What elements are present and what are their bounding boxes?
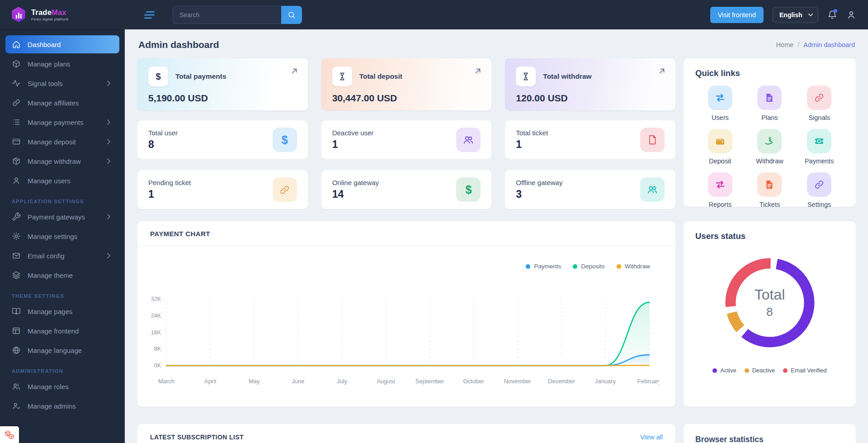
quick-link-withdraw[interactable]: $ Withdraw: [756, 129, 783, 165]
brand[interactable]: TradeMax Forex signal platform: [0, 0, 125, 29]
sidebar-item-manage-affiliates[interactable]: Manage affiliates: [5, 94, 119, 112]
quick-link-tickets[interactable]: Tickets: [757, 172, 782, 208]
svg-text:32K: 32K: [151, 296, 161, 302]
stat-row-middle: Total user8 $ Deactive user1 Total ticke…: [137, 120, 675, 159]
sidebar-section-theme-settings: THEME SETTINGS: [0, 286, 125, 301]
sidebar-item-manage-admins[interactable]: Manage admins: [5, 397, 119, 415]
brand-name: TradeMax: [31, 8, 66, 16]
legend-dot: [712, 368, 717, 373]
sidebar-item-manage-frontend[interactable]: Manage frontend: [5, 322, 119, 340]
sidebar: TradeMax Forex signal platform Dashboard…: [0, 0, 125, 443]
wrench-icon: [12, 212, 21, 221]
quick-link-payments[interactable]: Payments: [805, 129, 834, 165]
topbar: Visit frontend English: [125, 0, 868, 29]
sidebar-menu: Dashboard Manage plans Signal tools Mana…: [0, 29, 125, 415]
notifications-button[interactable]: [827, 10, 837, 20]
globe-icon: [12, 346, 21, 355]
breadcrumb-home[interactable]: Home: [776, 41, 794, 48]
search-button[interactable]: [281, 6, 302, 24]
stat-row-bottom: Pending ticket1 Online gateway14 $ Offli…: [137, 170, 675, 209]
legend-deposits: Deposits: [573, 263, 605, 270]
layout-icon: [12, 326, 21, 335]
online-gateway-card: Online gateway14 $: [321, 170, 492, 209]
quick-link-signals[interactable]: Signals: [807, 86, 831, 121]
laravel-icon: [4, 429, 15, 440]
external-link-icon[interactable]: [291, 67, 298, 75]
visit-frontend-button[interactable]: Visit frontend: [710, 7, 764, 23]
sidebar-item-signal-tools[interactable]: Signal tools: [5, 74, 119, 92]
sidebar-item-manage-withdraw[interactable]: Manage withdraw: [5, 152, 119, 170]
left-column: $ Total payments 5,190.00 USD Total depo…: [137, 58, 675, 443]
dollar-icon: $: [456, 177, 481, 202]
svg-text:8K: 8K: [154, 346, 161, 352]
profile-button[interactable]: [846, 10, 856, 20]
offline-gateway-card: Offline gateway3: [505, 170, 675, 209]
legend-dot: [617, 264, 621, 269]
mail-icon: [12, 251, 21, 260]
dollar-icon: $: [148, 67, 168, 86]
chevron-right-icon: [104, 139, 113, 144]
svg-text:July: July: [337, 378, 348, 385]
total-withdraw-card[interactable]: Total withdraw 120.00 USD: [505, 58, 675, 110]
sidebar-item-manage-users[interactable]: Manage users: [5, 171, 119, 190]
quick-link-plans[interactable]: Plans: [757, 86, 782, 121]
link-icon: [12, 98, 21, 107]
quick-link-settings[interactable]: Settings: [807, 172, 831, 208]
legend-dot: [573, 264, 577, 269]
layers-icon: [12, 271, 21, 280]
hamburger-menu-icon[interactable]: [143, 10, 156, 20]
page-header: Admin dashboard Home / Admin dashboard: [138, 39, 855, 50]
stat-row-top: $ Total payments 5,190.00 USD Total depo…: [137, 58, 675, 110]
users-icon: [640, 177, 665, 202]
sidebar-item-manage-language[interactable]: Manage language: [5, 341, 119, 359]
svg-text:December: December: [548, 378, 576, 385]
gear-icon: [12, 232, 21, 241]
total-payments-card[interactable]: $ Total payments 5,190.00 USD: [137, 58, 308, 110]
browser-statistics-title: Browser statistics: [695, 435, 844, 443]
quick-link-reports[interactable]: Reports: [708, 172, 732, 208]
sidebar-item-payment-gateways[interactable]: Payment gateways: [5, 208, 119, 226]
svg-text:April: April: [204, 378, 216, 385]
external-link-icon[interactable]: [658, 67, 665, 75]
sidebar-item-manage-settings[interactable]: Manage settings: [5, 227, 119, 245]
subscription-list-card: LATEST SUBSCRIPTION LIST View all: [137, 424, 675, 443]
legend-dot: [745, 368, 749, 373]
svg-text:October: October: [463, 378, 485, 385]
sidebar-item-email-config[interactable]: Email config: [5, 247, 119, 265]
svg-text:September: September: [415, 378, 444, 385]
svg-text:May: May: [249, 378, 260, 385]
sidebar-section-administration: ADMINISTRATION: [0, 361, 125, 376]
topbar-right: Visit frontend English: [710, 7, 856, 23]
brand-tagline: Forex signal platform: [31, 17, 69, 21]
payment-chart-title: PAYMENT CHART: [137, 221, 675, 247]
legend-dot: [783, 368, 788, 373]
dollar-icon: $: [273, 128, 297, 152]
debugbar-toggle[interactable]: [0, 426, 19, 443]
language-select[interactable]: English: [773, 7, 818, 23]
hourglass-icon: [516, 67, 536, 86]
quick-link-users[interactable]: Users: [708, 86, 732, 121]
sidebar-item-manage-roles[interactable]: Manage roles: [5, 377, 119, 395]
view-all-link[interactable]: View all: [640, 433, 663, 441]
activity-icon: [12, 79, 21, 88]
total-user-card: Total user8 $: [137, 120, 308, 159]
quick-link-deposit[interactable]: Deposit: [708, 129, 732, 165]
sidebar-item-manage-pages[interactable]: Manage pages: [5, 302, 119, 320]
sidebar-item-dashboard[interactable]: Dashboard: [5, 35, 119, 53]
svg-text:February: February: [637, 378, 659, 385]
total-payments-value: 5,190.00 USD: [148, 93, 297, 104]
sidebar-item-manage-plans[interactable]: Manage plans: [5, 55, 119, 73]
sidebar-item-manage-deposit[interactable]: Manage deposit: [5, 133, 119, 151]
total-deposit-card[interactable]: Total deposit 30,447.00 USD: [321, 58, 492, 110]
external-link-icon[interactable]: [474, 67, 481, 75]
brand-logo-icon: [11, 7, 26, 22]
legend-withdraw: Withdraw: [617, 263, 650, 270]
user-icon: [12, 176, 21, 185]
hand-dollar-icon: $: [757, 129, 782, 153]
payment-chart-legend: Payments Deposits Withdraw: [526, 263, 650, 270]
search-input[interactable]: [173, 6, 281, 24]
sidebar-item-manage-payments[interactable]: Manage payments: [5, 113, 119, 131]
svg-text:March: March: [158, 378, 175, 385]
link-icon: [807, 86, 831, 110]
sidebar-item-manage-theme[interactable]: Manage theme: [5, 266, 119, 284]
